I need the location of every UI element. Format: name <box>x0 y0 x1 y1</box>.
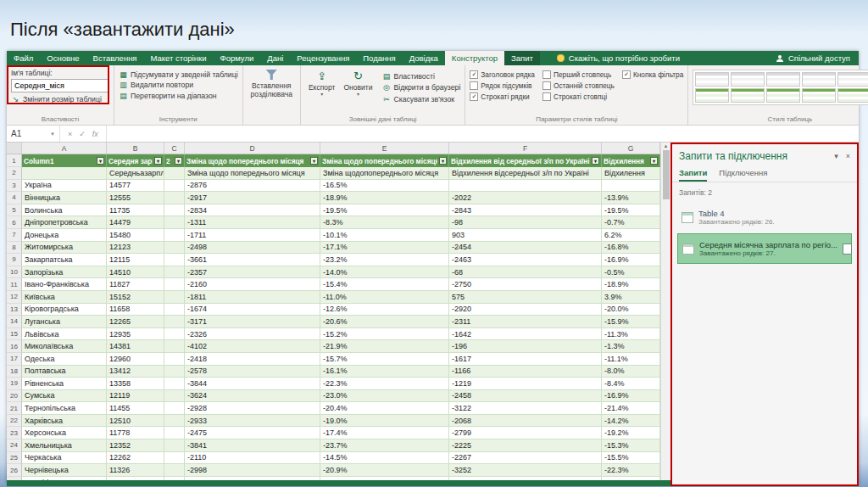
data-cell[interactable]: -14.2% <box>602 415 660 428</box>
data-cell[interactable]: 11778 <box>107 427 164 439</box>
data-cell[interactable] <box>164 452 185 465</box>
data-cell[interactable]: -15.9% <box>602 316 660 328</box>
data-cell[interactable]: -12.6% <box>320 304 449 316</box>
data-cell[interactable]: 12262 <box>107 452 164 465</box>
column-header-A[interactable]: A <box>22 143 107 154</box>
data-cell[interactable]: -2160 <box>185 278 320 291</box>
query-item-0[interactable]: Table 4Завантажено рядків: 26. <box>677 203 852 232</box>
data-cell[interactable]: -19.5% <box>602 204 660 217</box>
subheader-cell[interactable]: Зміна щодо попереднього місяця <box>185 167 320 180</box>
row-number[interactable]: 10 <box>7 266 22 279</box>
data-cell[interactable]: -8.4% <box>602 378 660 390</box>
style-option-checkbox[interactable]: Строкаті стовпці <box>542 92 615 101</box>
data-cell[interactable]: Полтавська <box>22 366 107 378</box>
data-cell[interactable]: Львівська <box>22 328 107 341</box>
data-cell[interactable] <box>164 316 185 328</box>
data-cell[interactable]: Тернопільська <box>22 402 107 415</box>
table-style-thumbnail[interactable] <box>802 88 836 103</box>
data-cell[interactable]: -18.9% <box>320 192 449 204</box>
remove-duplicates-button[interactable]: ▥Видалити повтори <box>119 81 238 89</box>
table-style-thumbnail[interactable] <box>766 72 800 87</box>
data-cell[interactable] <box>164 291 185 304</box>
data-cell[interactable]: -16.1% <box>320 366 449 378</box>
cancel-icon[interactable]: × <box>68 130 72 138</box>
data-cell[interactable]: Сумська <box>22 390 107 403</box>
data-cell[interactable]: Черкаська <box>22 452 107 465</box>
data-cell[interactable]: -2454 <box>449 242 602 255</box>
scroll-up-icon[interactable]: ▲ <box>664 143 669 148</box>
data-cell[interactable]: 12352 <box>107 439 164 452</box>
data-cell[interactable]: -2357 <box>185 266 320 279</box>
data-cell[interactable]: 15480 <box>107 229 164 242</box>
data-cell[interactable]: 12960 <box>107 353 164 366</box>
data-cell[interactable] <box>164 229 185 242</box>
subheader-cell[interactable]: Середньазарплата <box>107 167 164 180</box>
table-style-thumbnail[interactable] <box>695 72 729 87</box>
row-number[interactable]: 5 <box>7 204 22 217</box>
chevron-down-icon[interactable]: ▼ <box>50 132 55 137</box>
row-number[interactable]: 8 <box>7 242 22 255</box>
unlink-button[interactable]: ✂Скасувати зв'язок <box>381 95 460 104</box>
ribbon-tab-7[interactable]: Подання <box>356 51 402 65</box>
data-cell[interactable] <box>164 304 185 316</box>
row-number[interactable]: 1 <box>7 154 22 167</box>
row-number[interactable]: 7 <box>7 229 22 242</box>
data-cell[interactable]: -2917 <box>185 192 320 204</box>
ribbon-tab-1[interactable]: Основне <box>40 51 86 65</box>
data-cell[interactable] <box>164 378 185 390</box>
column-header-B[interactable]: B <box>107 143 164 154</box>
data-cell[interactable]: -16.9% <box>602 390 660 403</box>
data-cell[interactable]: -0.7% <box>602 216 660 229</box>
data-cell[interactable]: -20.0% <box>602 304 660 316</box>
data-cell[interactable]: 11326 <box>107 464 164 477</box>
row-number[interactable]: 4 <box>7 192 22 204</box>
tab-connections[interactable]: Підключення <box>719 168 767 182</box>
ribbon-tab-5[interactable]: Дані <box>260 51 290 65</box>
convert-to-range-button[interactable]: ▤Перетворити на діапазон <box>119 92 238 100</box>
data-cell[interactable]: -2311 <box>449 316 602 328</box>
open-in-browser-button[interactable]: ◎Відкрити в браузері <box>381 83 460 92</box>
scrollbar-thumb[interactable] <box>663 150 670 199</box>
data-cell[interactable] <box>164 216 185 229</box>
table-header-cell[interactable]: Середня зарплата▾ <box>107 154 164 167</box>
ribbon-tab-6[interactable]: Рецензування <box>290 51 356 65</box>
data-cell[interactable]: 14510 <box>107 266 164 279</box>
data-cell[interactable] <box>164 204 185 217</box>
ribbon-tab-8[interactable]: Довідка <box>403 51 445 65</box>
data-cell[interactable]: -3661 <box>185 254 320 266</box>
data-cell[interactable]: -19.0% <box>320 415 449 428</box>
data-cell[interactable]: -2418 <box>185 353 320 366</box>
insert-function-icon[interactable]: fx <box>92 130 98 138</box>
data-cell[interactable]: Волинська <box>22 204 107 217</box>
data-cell[interactable]: -3171 <box>185 316 320 328</box>
row-number[interactable]: 9 <box>7 254 22 266</box>
data-cell[interactable]: -2326 <box>185 328 320 341</box>
row-number[interactable]: 26 <box>7 464 22 477</box>
table-style-thumbnail[interactable] <box>837 88 868 103</box>
data-cell[interactable]: -20.9% <box>320 464 449 477</box>
data-cell[interactable]: 14381 <box>107 340 164 353</box>
properties-button[interactable]: ▤Властивості <box>381 72 460 81</box>
data-cell[interactable] <box>164 415 185 428</box>
data-cell[interactable]: Харківська <box>22 415 107 428</box>
resize-table-button[interactable]: ↘ Змінити розмір таблиці <box>11 95 109 104</box>
table-header-cell[interactable]: Column1▾ <box>22 154 107 167</box>
data-cell[interactable]: -22.3% <box>320 378 449 390</box>
data-cell[interactable]: Херсонська <box>22 427 107 439</box>
filter-button[interactable]: ▾ <box>175 157 182 165</box>
data-cell[interactable]: -1166 <box>449 366 602 378</box>
data-cell[interactable]: 12119 <box>107 390 164 403</box>
formula-input[interactable] <box>107 126 859 142</box>
data-cell[interactable]: -20.4% <box>320 402 449 415</box>
query-item-1[interactable]: Середня місячна зарплата по регіо...Зава… <box>677 233 852 264</box>
data-cell[interactable]: Закарпатська <box>22 254 107 266</box>
column-header-F[interactable]: F <box>449 143 602 154</box>
table-style-thumbnail[interactable] <box>766 88 800 103</box>
data-cell[interactable]: -2225 <box>449 439 602 452</box>
data-cell[interactable]: -23.2% <box>320 254 449 266</box>
data-cell[interactable]: -1711 <box>185 229 320 242</box>
data-cell[interactable]: Чернівецька <box>22 464 107 477</box>
data-cell[interactable]: -16.5% <box>320 180 449 193</box>
data-cell[interactable]: -2998 <box>185 464 320 477</box>
filter-button[interactable]: ▾ <box>97 157 104 165</box>
